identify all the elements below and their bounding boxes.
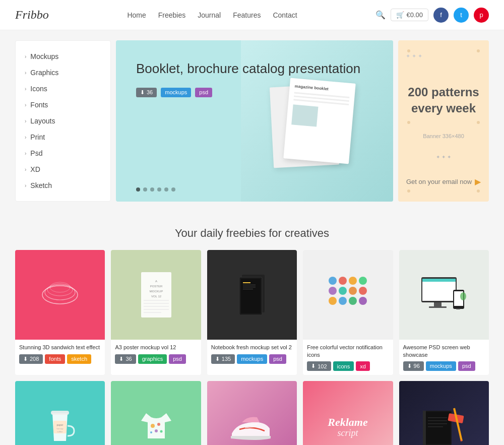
- chevron-right-icon: ›: [25, 70, 26, 76]
- tag-psd[interactable]: psd: [458, 361, 475, 371]
- svg-rect-58: [423, 411, 426, 445]
- card-notepad[interactable]: Notepad mockup free psd ⬇ 129 mockups ps…: [399, 381, 489, 445]
- tag-fonts[interactable]: fonts: [45, 354, 65, 364]
- svg-point-28: [359, 287, 367, 295]
- tag-icons[interactable]: icons: [333, 361, 354, 371]
- sidebar-item-layouts[interactable]: › Layouts: [16, 113, 110, 129]
- banner-decoration: [403, 45, 484, 197]
- tag-mockups[interactable]: mockups: [426, 361, 456, 371]
- chevron-right-icon: ›: [25, 151, 26, 156]
- download-badge: ⬇ 135: [211, 354, 235, 364]
- card-shoe[interactable]: Stylish sportswear illustrations ⬇ 36 gr…: [207, 381, 297, 445]
- sidebar-item-icons[interactable]: › Icons: [16, 81, 110, 97]
- card-3d-text[interactable]: Stunning 3D sandwich text effect ⬇ 208 f…: [15, 250, 105, 375]
- thumb-svg-3d-text: [40, 275, 80, 315]
- twitter-button[interactable]: t: [454, 8, 469, 23]
- tag-sketch[interactable]: sketch: [67, 354, 91, 364]
- svg-rect-59: [428, 417, 447, 418]
- svg-text:script: script: [338, 428, 359, 438]
- cards-grid: Stunning 3D sandwich text effect ⬇ 208 f…: [15, 250, 489, 445]
- svg-rect-36: [434, 302, 442, 306]
- banner: ✦ ✦ ✦ 200 patterns every week Banner 336…: [398, 40, 489, 202]
- tag-mockups[interactable]: mockups: [237, 354, 267, 364]
- nav-home[interactable]: Home: [127, 11, 146, 19]
- hero-title: Booklet, brochure catalog presentation: [136, 60, 373, 78]
- sidebar-item-xd[interactable]: › XD: [16, 161, 110, 177]
- card-font[interactable]: Reklame script Reklame script free webfo…: [303, 381, 393, 445]
- thumb-svg-icons: [323, 270, 373, 320]
- svg-text:MOCKUP: MOCKUP: [149, 290, 162, 293]
- nav-contact[interactable]: Contact: [273, 11, 297, 19]
- hero-download-badge: ⬇ 36: [136, 88, 157, 97]
- pinterest-button[interactable]: p: [474, 8, 489, 23]
- banner-title: 200 patterns every week: [406, 84, 481, 115]
- banner-mid-decoration: ✦ ✦ ✦: [436, 154, 451, 160]
- sidebar-item-psd[interactable]: › Psd: [16, 145, 110, 161]
- download-badge: ⬇ 102: [307, 361, 331, 371]
- search-button[interactable]: 🔍: [375, 10, 386, 20]
- svg-rect-9: [144, 300, 169, 301]
- svg-rect-19: [243, 287, 256, 287]
- svg-text:coffee: coffee: [57, 430, 64, 433]
- card-icons[interactable]: Free colorful vector notification icons …: [303, 250, 393, 375]
- svg-text:VOL 12: VOL 12: [151, 295, 162, 298]
- banner-cta-label: Get on your email now: [406, 178, 472, 185]
- hero-content: Booklet, brochure catalog presentation ⬇…: [116, 40, 393, 202]
- card-web-showcase[interactable]: Awesome PSD screen web showcase ⬇ 96 moc…: [399, 250, 489, 375]
- facebook-button[interactable]: f: [433, 8, 449, 23]
- thumb-svg-poster: A POSTER MOCKUP VOL 12: [136, 270, 176, 320]
- hero-slider[interactable]: Booklet, brochure catalog presentation ⬇…: [116, 40, 393, 202]
- nav-journal[interactable]: Journal: [198, 11, 221, 19]
- sidebar-item-graphics[interactable]: › Graphics: [16, 65, 110, 81]
- tag-psd[interactable]: psd: [169, 354, 186, 364]
- svg-rect-35: [422, 279, 456, 282]
- logo[interactable]: Fribbo: [15, 8, 49, 22]
- svg-point-30: [339, 297, 347, 305]
- tag-xd[interactable]: xd: [356, 361, 370, 371]
- sidebar-label-icons: Icons: [30, 85, 47, 93]
- card-thumb-icons: [303, 250, 393, 340]
- sidebar-item-print[interactable]: › Print: [16, 129, 110, 145]
- download-badge: ⬇ 36: [115, 354, 136, 364]
- card-a3-poster[interactable]: A POSTER MOCKUP VOL 12 A3 poster mockup …: [111, 250, 201, 375]
- card-thumb-notebook: [207, 250, 297, 340]
- card-tshirt[interactable]: Baby t-shirt mockup for Halloween ⬇ 208 …: [111, 381, 201, 445]
- svg-point-32: [359, 297, 367, 305]
- cart-button[interactable]: 🛒 €0.00: [391, 9, 428, 21]
- svg-point-27: [349, 287, 357, 295]
- sidebar-item-sketch[interactable]: › Sketch: [16, 177, 110, 194]
- hero-tag-psd[interactable]: psd: [195, 88, 212, 97]
- svg-rect-13: [144, 312, 161, 313]
- freebies-section: Your daily freebies for creatives Stunni…: [0, 227, 504, 445]
- card-thumb-shoe: [207, 381, 297, 445]
- svg-rect-20: [243, 289, 253, 289]
- banner-size: Banner 336×480: [423, 133, 464, 139]
- svg-text:paper: paper: [57, 423, 64, 426]
- svg-point-29: [329, 297, 337, 305]
- sidebar-item-fonts[interactable]: › Fonts: [16, 97, 110, 113]
- card-notebook[interactable]: Notebook fresh mockup set vol 2 ⬇ 135 mo…: [207, 250, 297, 375]
- card-thumb-web-showcase: [399, 250, 489, 340]
- card-thumb-cup: paper hot cup coffee: [15, 381, 105, 445]
- sidebar-label-psd: Psd: [30, 149, 42, 157]
- sidebar-label-mockups: Mockups: [30, 52, 58, 60]
- sidebar-label-print: Print: [30, 133, 45, 141]
- svg-point-47: [151, 424, 155, 428]
- sidebar-label-layouts: Layouts: [30, 117, 55, 125]
- svg-rect-40: [456, 308, 460, 309]
- nav-freebies[interactable]: Freebies: [158, 11, 185, 19]
- hero-tag-mockups[interactable]: mockups: [161, 88, 191, 97]
- nav-features[interactable]: Features: [233, 11, 261, 19]
- tag-graphics[interactable]: graphics: [138, 354, 167, 364]
- card-info-notebook: Notebook fresh mockup set vol 2 ⬇ 135 mo…: [207, 340, 297, 367]
- svg-text:Reklame: Reklame: [328, 416, 368, 428]
- arrow-right-icon: ▶: [475, 177, 481, 186]
- card-cup[interactable]: paper hot cup coffee Funny paper hot cup…: [15, 381, 105, 445]
- tag-psd[interactable]: psd: [269, 354, 286, 364]
- thumb-svg-font: Reklame script: [323, 403, 373, 445]
- card-info-icons: Free colorful vector notification icons …: [303, 340, 393, 375]
- sidebar-item-mockups[interactable]: › Mockups: [16, 48, 110, 65]
- sidebar-label-sketch: Sketch: [30, 181, 52, 189]
- thumb-svg-shoe: [227, 403, 277, 445]
- banner-cta[interactable]: Get on your email now ▶: [406, 177, 481, 186]
